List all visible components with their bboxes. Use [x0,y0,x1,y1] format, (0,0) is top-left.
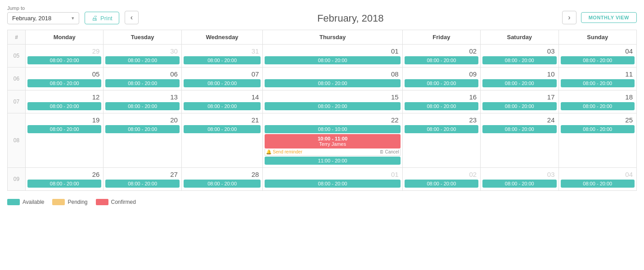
available-time-block[interactable]: 08:00 - 20:00 [482,180,556,188]
week-row: 071208:00 - 20:001308:00 - 20:001408:00 … [8,90,637,113]
day-number: 08 [265,69,400,79]
week-number: 06 [8,68,26,90]
day-cell: 0108:00 - 20:00 [263,45,402,68]
available-color-box [7,199,20,205]
day-number: 19 [27,115,101,125]
available-time-block[interactable]: 08:00 - 10:00 [265,125,400,133]
day-number: 15 [265,92,400,102]
available-time-block[interactable]: 08:00 - 20:00 [265,102,400,110]
available-time-block[interactable]: 08:00 - 20:00 [105,180,179,188]
available-time-block[interactable]: 08:00 - 20:00 [482,102,556,110]
day-number: 24 [482,115,556,125]
available-time-block[interactable]: 08:00 - 20:00 [265,180,400,188]
available-time-block[interactable]: 08:00 - 20:00 [27,102,101,110]
day-number: 04 [561,46,635,56]
printer-icon: 🖨 [91,14,98,22]
jump-to-section: Jump to February, 2018 ▾ [7,5,79,24]
day-number: 30 [105,46,179,56]
available-time-block[interactable]: 08:00 - 20:00 [184,102,261,110]
available-time-block[interactable]: 08:00 - 20:00 [105,56,179,64]
appointment-name: Terry James [267,141,397,147]
day-cell: 3108:00 - 20:00 [181,45,263,68]
day-header-saturday: Saturday [481,30,558,45]
jump-select-value: February, 2018 [12,15,51,22]
confirmed-color-box [96,199,108,205]
available-time-block[interactable]: 08:00 - 20:00 [561,56,635,64]
available-time-block[interactable]: 08:00 - 20:00 [561,125,635,133]
available-time-block[interactable]: 08:00 - 20:00 [27,180,101,188]
day-number: 22 [265,115,400,125]
available-time-block[interactable]: 08:00 - 20:00 [482,56,556,64]
available-time-block[interactable]: 08:00 - 20:00 [482,125,556,133]
nav-next-button[interactable]: › [562,11,576,24]
available-time-block[interactable]: 08:00 - 20:00 [561,102,635,110]
week-number: 08 [8,113,26,168]
available-time-block[interactable]: 08:00 - 20:00 [105,79,179,87]
calendar-table: #MondayTuesdayWednesdayThursdayFridaySat… [7,30,637,191]
jump-select[interactable]: February, 2018 ▾ [7,12,79,24]
day-number: 16 [405,92,478,102]
send-reminder-button[interactable]: 🔔 Send reminder [266,149,302,154]
day-number: 04 [561,170,635,180]
cancel-button[interactable]: 🗓 Cancel [379,149,399,154]
appointment-time: 10:00 - 11:00 [267,136,397,141]
day-header-wednesday: Wednesday [181,30,263,45]
available-time-block[interactable]: 08:00 - 20:00 [265,56,400,64]
available-time-block[interactable]: 08:00 - 20:00 [405,102,478,110]
day-cell: 2808:00 - 20:00 [181,168,263,191]
available-time-block[interactable]: 08:00 - 20:00 [105,125,179,133]
day-number: 01 [265,46,400,56]
available-time-block[interactable]: 08:00 - 20:00 [27,125,101,133]
day-number: 25 [561,115,635,125]
confirmed-label: Confirmed [111,199,136,205]
available-time-block-after[interactable]: 11:00 - 20:00 [265,157,400,165]
day-number: 27 [105,170,179,180]
available-time-block[interactable]: 08:00 - 20:00 [405,56,478,64]
day-number: 01 [265,170,400,180]
jump-to-label: Jump to [7,5,79,11]
day-number: 28 [184,170,261,180]
week-number: 09 [8,168,26,191]
day-number: 29 [27,46,101,56]
available-time-block[interactable]: 08:00 - 20:00 [265,79,400,87]
day-number: 23 [405,115,478,125]
day-cell: 0508:00 - 20:00 [26,68,104,90]
appointment-block[interactable]: 10:00 - 11:00Terry James [265,134,400,148]
pending-label: Pending [68,199,87,205]
available-time-block[interactable]: 08:00 - 20:00 [184,125,261,133]
day-cell: 2908:00 - 20:00 [26,45,104,68]
available-time-block[interactable]: 08:00 - 20:00 [405,125,478,133]
week-row: 052908:00 - 20:003008:00 - 20:003108:00 … [8,45,637,68]
day-header-friday: Friday [402,30,480,45]
day-cell: 2208:00 - 10:0010:00 - 11:00Terry James🔔… [263,113,402,168]
day-number: 09 [405,69,478,79]
available-time-block[interactable]: 08:00 - 20:00 [27,79,101,87]
print-label: Print [100,15,113,22]
day-cell: 2108:00 - 20:00 [181,113,263,168]
day-cell: 1508:00 - 20:00 [263,90,402,113]
monthly-view-button[interactable]: MONTHLY VIEW [581,12,637,23]
day-cell: 0208:00 - 20:00 [402,45,480,68]
available-time-block[interactable]: 08:00 - 20:00 [184,79,261,87]
day-number: 03 [482,46,556,56]
available-time-block[interactable]: 08:00 - 20:00 [184,56,261,64]
day-cell: 1808:00 - 20:00 [558,90,637,113]
available-time-block[interactable]: 08:00 - 20:00 [561,180,635,188]
legend-available: Available [7,199,44,205]
day-number: 18 [561,92,635,102]
available-time-block[interactable]: 08:00 - 20:00 [405,180,478,188]
day-cell: 1608:00 - 20:00 [402,90,480,113]
available-time-block[interactable]: 08:00 - 20:00 [27,56,101,64]
available-time-block[interactable]: 08:00 - 20:00 [105,102,179,110]
day-cell: 1108:00 - 20:00 [558,68,637,90]
day-cell: 0108:00 - 20:00 [263,168,402,191]
available-time-block[interactable]: 08:00 - 20:00 [561,79,635,87]
available-time-block[interactable]: 08:00 - 20:00 [482,79,556,87]
available-time-block[interactable]: 08:00 - 20:00 [184,180,261,188]
nav-prev-button[interactable]: ‹ [125,11,139,24]
available-time-block[interactable]: 08:00 - 20:00 [405,79,478,87]
print-button[interactable]: 🖨 Print [85,12,119,24]
calendar-body: 052908:00 - 20:003008:00 - 20:003108:00 … [8,45,637,191]
day-cell: 1208:00 - 20:00 [26,90,104,113]
calendar-header-row: #MondayTuesdayWednesdayThursdayFridaySat… [8,30,637,45]
